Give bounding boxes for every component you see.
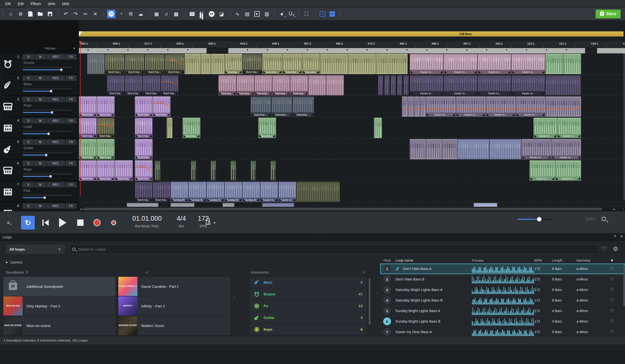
automation-line[interactable] bbox=[426, 108, 455, 109]
loop-table-scrollbar[interactable] bbox=[623, 265, 625, 306]
video-button[interactable]: ▶ bbox=[253, 10, 261, 18]
audio-clip[interactable] bbox=[410, 139, 426, 159]
audio-clip[interactable]: Saturday ... bbox=[262, 54, 282, 74]
audio-clip[interactable] bbox=[402, 96, 408, 117]
section-marker-icon[interactable]: ▼ bbox=[167, 49, 169, 51]
audio-clip[interactable]: Don't Ha... bbox=[153, 96, 171, 117]
audio-clip[interactable]: Don't Ha... bbox=[135, 118, 153, 138]
audio-clip[interactable]: Don't Ha... bbox=[161, 75, 179, 95]
track-volume-slider[interactable] bbox=[23, 133, 72, 134]
pitch-button[interactable]: 2 bbox=[383, 275, 391, 283]
audio-clip[interactable]: Xavier m... bbox=[477, 54, 511, 74]
track-lane-3[interactable]: Don't Ha...Don't Ha...Don't Ha...Don't H… bbox=[79, 96, 625, 117]
section-marker-icon[interactable]: ▼ bbox=[565, 49, 568, 51]
audio-clip[interactable] bbox=[458, 139, 490, 159]
audio-clip[interactable] bbox=[563, 54, 581, 74]
audio-clip[interactable]: Xavier m... bbox=[530, 160, 555, 181]
store-button[interactable]: M Store bbox=[595, 10, 621, 18]
track-lane-6[interactable]: Don't Ha...Don't Ha...Don't Ha...Don't H… bbox=[79, 160, 625, 181]
track-name[interactable]: Keys bbox=[24, 103, 31, 107]
audio-clip[interactable] bbox=[545, 54, 563, 74]
track-name[interactable]: Pad bbox=[24, 188, 30, 192]
soundpool-card[interactable]: dirty hip hopDirty HipHop - Part 2 bbox=[3, 296, 115, 315]
audio-clip[interactable]: Xavier m... bbox=[555, 160, 581, 181]
track-2-fx-button[interactable]: FX bbox=[65, 75, 77, 81]
section-marker-icon[interactable]: ▼ bbox=[246, 49, 249, 51]
toolbar-grip[interactable] bbox=[298, 11, 300, 17]
instrument-filter-keys[interactable]: Keys6 bbox=[250, 324, 367, 335]
metronome-button[interactable]: ▼ bbox=[205, 218, 216, 225]
mouse-mode-button[interactable]: ➤▾ bbox=[278, 10, 286, 18]
audio-clip[interactable]: Don't Ha... bbox=[165, 54, 185, 74]
audio-clip[interactable] bbox=[378, 75, 383, 95]
section-marker-icon[interactable]: ▼ bbox=[426, 49, 428, 51]
audio-clip[interactable]: Xavier m... bbox=[486, 96, 515, 117]
audio-clip[interactable] bbox=[442, 139, 458, 159]
toolbar-grip[interactable] bbox=[273, 11, 275, 17]
track-1-fx-button[interactable]: FX bbox=[65, 54, 77, 60]
automation-line[interactable] bbox=[165, 60, 176, 61]
object-inspector-button[interactable]: ▥ bbox=[263, 10, 271, 18]
automation-line[interactable] bbox=[153, 103, 163, 103]
audio-clip[interactable] bbox=[376, 54, 408, 74]
track-8-rec-button[interactable]: REC bbox=[47, 203, 65, 209]
loop-preview-waveform[interactable] bbox=[472, 286, 534, 294]
loops-view-button[interactable] bbox=[107, 10, 115, 18]
track-7-s-button[interactable]: S bbox=[23, 182, 34, 187]
section-marker-icon[interactable]: ▼ bbox=[486, 49, 488, 51]
audio-clip[interactable] bbox=[348, 54, 376, 74]
track-volume-slider[interactable] bbox=[23, 112, 72, 113]
scroll-right-icon[interactable]: ▶ bbox=[612, 208, 616, 211]
audio-clip[interactable] bbox=[545, 75, 581, 95]
genres-expander[interactable]: ▶ Genres bbox=[6, 260, 23, 264]
track-header-keys[interactable]: 6SMRECFXKeys bbox=[0, 160, 79, 181]
audio-clip[interactable] bbox=[545, 96, 581, 117]
audio-clip[interactable]: Saturday... bbox=[258, 118, 276, 138]
panel-down-button[interactable] bbox=[328, 10, 336, 18]
audio-clip[interactable] bbox=[211, 54, 224, 74]
section-marker-icon[interactable]: ▼ bbox=[326, 49, 329, 51]
automation-line[interactable] bbox=[135, 167, 145, 167]
audio-clip[interactable]: Saturday ... bbox=[236, 75, 254, 95]
horizontal-scrollbar[interactable]: ◀ ▶ − + bbox=[79, 207, 625, 211]
track-name[interactable]: Guitar bbox=[24, 146, 33, 150]
section-marker-icon[interactable]: ▼ bbox=[366, 49, 368, 51]
audio-clip[interactable] bbox=[171, 203, 194, 207]
audio-clip[interactable]: Don't Ha... bbox=[135, 96, 153, 117]
track-4-rec-button[interactable]: REC bbox=[47, 118, 65, 123]
track-3-fx-button[interactable]: FX bbox=[65, 97, 77, 102]
toolbar-grip[interactable] bbox=[103, 11, 105, 17]
favorite-heart-icon[interactable]: ♡ bbox=[606, 319, 618, 324]
track-lane-7[interactable]: Don't Ha...Don't Ha...Sunday B...Sunday … bbox=[79, 181, 625, 202]
track-lane-1[interactable]: Don't Ha...Don't Ha...Don't Ha...Don't H… bbox=[79, 53, 625, 74]
audio-clip[interactable]: Xavier m... bbox=[426, 96, 455, 117]
search-magnifier-icon[interactable] bbox=[601, 216, 606, 221]
track-volume-slider[interactable] bbox=[23, 154, 72, 155]
panel-left-button[interactable] bbox=[318, 10, 327, 18]
loop-row-don-t-hate-bass-b[interactable]: 2Don't Hate Bass B1728 Barsa-Minor♡ bbox=[380, 274, 625, 285]
audio-clip[interactable]: Xavier m... bbox=[511, 54, 545, 74]
loop-row-sunday-bright-lights-bass-b[interactable]: 6Sunday Bright Lights Bass B1724 Barsa-M… bbox=[380, 316, 625, 327]
skip-to-start-button[interactable] bbox=[39, 216, 52, 230]
audio-clip[interactable]: Xavier m... bbox=[515, 96, 545, 117]
track-8-fx-button[interactable]: FX bbox=[65, 203, 77, 209]
media-pool-button[interactable]: ▦ bbox=[152, 10, 161, 18]
loop-row-saturday-bright-lights-bass-a[interactable]: 3Saturday Bright Lights Bass A1728 Barsa… bbox=[380, 285, 625, 295]
section-marker-icon[interactable]: ▼ bbox=[386, 49, 388, 51]
audio-clip[interactable]: Saturday ... bbox=[282, 54, 302, 74]
track-volume-slider[interactable] bbox=[23, 69, 72, 70]
audio-clip[interactable] bbox=[403, 75, 409, 95]
loop-preview-waveform[interactable] bbox=[472, 275, 534, 283]
playhead[interactable] bbox=[80, 41, 81, 195]
audio-clip[interactable] bbox=[408, 96, 413, 117]
audio-clip[interactable] bbox=[320, 54, 348, 74]
audio-clip[interactable]: Don't Ha... bbox=[135, 182, 153, 202]
menu-help[interactable]: Help bbox=[59, 1, 72, 7]
audio-clip[interactable]: Xavier m... bbox=[557, 118, 581, 138]
favorite-heart-icon[interactable]: ♡ bbox=[606, 298, 618, 303]
loop-preview-waveform[interactable] bbox=[472, 317, 534, 326]
audio-clip[interactable]: Don't Ha... bbox=[97, 139, 115, 159]
record-settings-button[interactable]: ⚙ bbox=[107, 216, 121, 230]
time-position-display[interactable]: 01.01.000 bbox=[127, 215, 167, 222]
audio-clip[interactable] bbox=[270, 160, 276, 181]
